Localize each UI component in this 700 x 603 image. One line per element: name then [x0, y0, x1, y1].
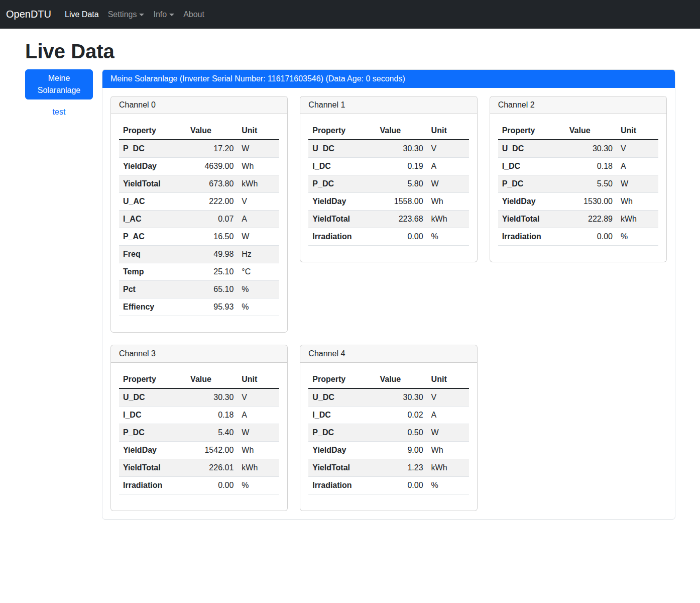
property-cell: I_DC: [119, 407, 186, 424]
unit-cell: V: [427, 140, 469, 158]
unit-cell: V: [617, 140, 658, 158]
unit-cell: Wh: [238, 158, 279, 175]
value-cell: 17.20: [186, 140, 238, 158]
unit-cell: W: [427, 175, 469, 193]
unit-cell: V: [238, 193, 279, 211]
nav-item-info[interactable]: Info: [149, 6, 179, 23]
channel-title: Channel 0: [111, 96, 287, 114]
table-row: P_DC5.80W: [308, 175, 469, 193]
table-row: U_DC30.30V: [308, 140, 469, 158]
unit-cell: A: [427, 407, 469, 424]
value-cell: 5.50: [565, 175, 617, 193]
channel-card: Channel 0 Property Value Unit P_DC17.20W…: [110, 96, 288, 333]
property-cell: YieldTotal: [119, 459, 186, 477]
value-cell: 49.98: [186, 246, 238, 263]
unit-cell: A: [617, 158, 658, 175]
table-row: U_DC30.30V: [498, 140, 658, 158]
column-header-unit: Unit: [238, 371, 279, 388]
unit-cell: A: [238, 407, 279, 424]
value-cell: 222.00: [186, 193, 238, 211]
column-header-value: Value: [186, 122, 238, 140]
brand-logo[interactable]: OpenDTU: [6, 9, 51, 20]
table-row: Temp25.10°C: [119, 263, 279, 281]
table-row: U_DC30.30V: [119, 388, 279, 407]
nav-item-about[interactable]: About: [179, 6, 209, 23]
column-header-property: Property: [308, 371, 376, 388]
chevron-down-icon: [139, 14, 144, 16]
unit-cell: A: [238, 211, 279, 228]
value-cell: 0.19: [376, 158, 427, 175]
table-row: Freq49.98Hz: [119, 246, 279, 263]
table-row: I_DC0.18A: [119, 407, 279, 424]
unit-cell: Wh: [427, 442, 469, 459]
value-cell: 1542.00: [186, 442, 238, 459]
property-cell: I_DC: [498, 158, 565, 175]
table-row: U_AC222.00V: [119, 193, 279, 211]
inverter-link-test[interactable]: test: [25, 108, 93, 117]
value-cell: 4639.00: [186, 158, 238, 175]
column-header-property: Property: [308, 122, 376, 140]
value-cell: 65.10: [186, 281, 238, 298]
nav-item-settings[interactable]: Settings: [103, 6, 149, 23]
value-cell: 226.01: [186, 459, 238, 477]
value-cell: 0.02: [376, 407, 427, 424]
nav-items: Live Data Settings Info About: [60, 6, 209, 23]
value-cell: 25.10: [186, 263, 238, 281]
property-cell: U_DC: [498, 140, 565, 158]
unit-cell: Wh: [427, 193, 469, 211]
channel-title: Channel 3: [111, 345, 287, 363]
table-row: YieldTotal673.80kWh: [119, 175, 279, 193]
property-cell: P_DC: [119, 140, 186, 158]
unit-cell: kWh: [238, 175, 279, 193]
table-row: I_DC0.18A: [498, 158, 658, 175]
table-row: I_AC0.07A: [119, 211, 279, 228]
property-cell: YieldTotal: [498, 211, 565, 228]
value-cell: 1530.00: [565, 193, 617, 211]
table-row: YieldDay9.00Wh: [308, 442, 469, 459]
chevron-down-icon: [169, 14, 174, 16]
table-header-row: Property Value Unit: [308, 371, 469, 388]
value-cell: 5.80: [376, 175, 427, 193]
value-cell: 0.00: [376, 477, 427, 494]
channel-data-table: Property Value Unit U_DC30.30VI_DC0.02AP…: [308, 371, 469, 494]
table-header-row: Property Value Unit: [498, 122, 658, 140]
column-header-value: Value: [186, 371, 238, 388]
table-row: P_DC17.20W: [119, 140, 279, 158]
inverter-panel: Meine Solaranlage (Inverter Serial Numbe…: [102, 69, 675, 520]
table-row: YieldTotal222.89kWh: [498, 211, 658, 228]
value-cell: 0.50: [376, 424, 427, 442]
property-cell: YieldDay: [498, 193, 565, 211]
table-row: Irradiation0.00%: [308, 477, 469, 494]
column-header-property: Property: [498, 122, 565, 140]
unit-cell: kWh: [617, 211, 658, 228]
table-header-row: Property Value Unit: [308, 122, 469, 140]
table-row: Irradiation0.00%: [119, 477, 279, 494]
value-cell: 9.00: [376, 442, 427, 459]
property-cell: YieldTotal: [308, 211, 376, 228]
value-cell: 30.30: [376, 140, 427, 158]
unit-cell: W: [617, 175, 658, 193]
property-cell: Freq: [119, 246, 186, 263]
property-cell: YieldTotal: [119, 175, 186, 193]
table-row: Pct65.10%: [119, 281, 279, 298]
channel-data-table: Property Value Unit U_DC30.30VI_DC0.18AP…: [498, 122, 658, 246]
table-row: P_DC0.50W: [308, 424, 469, 442]
channel-card: Channel 3 Property Value Unit U_DC30.30V…: [110, 345, 288, 511]
table-row: YieldDay4639.00Wh: [119, 158, 279, 175]
channel-title: Channel 4: [300, 345, 477, 363]
inverter-select-button[interactable]: Meine Solaranlage: [25, 69, 93, 99]
table-header-row: Property Value Unit: [119, 122, 279, 140]
page-title: Live Data: [25, 40, 675, 63]
value-cell: 0.18: [186, 407, 238, 424]
property-cell: U_DC: [308, 140, 376, 158]
value-cell: 95.93: [186, 298, 238, 316]
table-row: YieldTotal226.01kWh: [119, 459, 279, 477]
property-cell: Effiency: [119, 298, 186, 316]
table-row: P_AC16.50W: [119, 228, 279, 246]
property-cell: U_AC: [119, 193, 186, 211]
unit-cell: %: [238, 477, 279, 494]
property-cell: YieldDay: [308, 193, 376, 211]
nav-item-live-data[interactable]: Live Data: [60, 6, 103, 23]
column-header-property: Property: [119, 371, 186, 388]
unit-cell: kWh: [427, 211, 469, 228]
